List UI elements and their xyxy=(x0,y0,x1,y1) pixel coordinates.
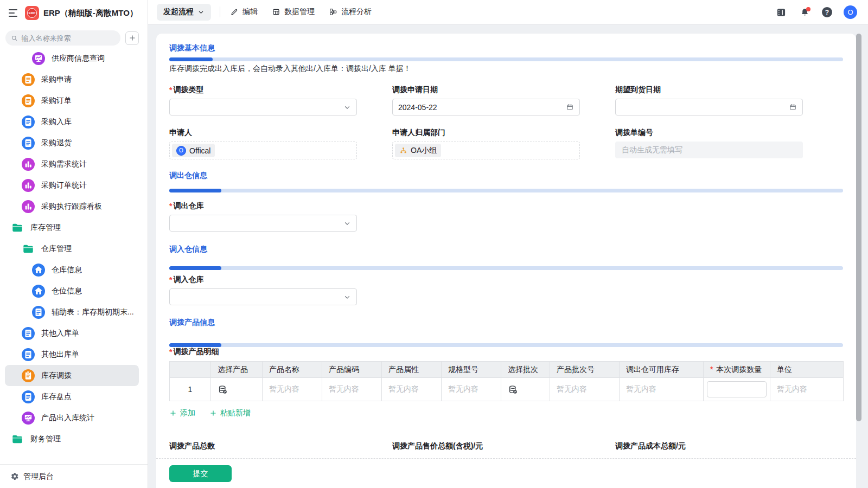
document-icon xyxy=(22,94,35,107)
data-manage-label: 数据管理 xyxy=(284,7,315,17)
section-progress-in xyxy=(169,266,843,270)
sidebar-item-purchase-inbound[interactable]: 采购入库 xyxy=(5,111,139,132)
table-header-row: 选择产品 产品名称 产品编码 产品属性 规格型号 选择批次 产品批次号 调出仓可… xyxy=(170,362,844,378)
cell-batch-no: 暂无内容 xyxy=(550,378,620,401)
sidebar-item-purchase-tracking-board[interactable]: 采购执行跟踪看板 xyxy=(5,196,139,217)
department-field[interactable]: OA小组 xyxy=(392,142,580,159)
panel-icon xyxy=(776,7,787,18)
sidebar-item-purchase-order[interactable]: 采购订单 xyxy=(5,90,139,111)
sidebar-item-aux-period-table[interactable]: 辅助表：库存期初期末... xyxy=(5,301,139,323)
total-count-label: 调拨产品总数 xyxy=(169,441,357,451)
order-no-input: 自动生成无需填写 xyxy=(615,142,803,158)
user-avatar[interactable]: O xyxy=(844,5,857,19)
sidebar-group-finance-management[interactable]: 财务管理 xyxy=(5,428,139,450)
required-mark: * xyxy=(169,202,172,210)
edit-button[interactable]: 编辑 xyxy=(230,7,258,17)
submit-button[interactable]: 提交 xyxy=(169,465,232,482)
sidebar-item-purchase-demand-stats[interactable]: 采购需求统计 xyxy=(5,153,139,175)
applicant-member-field[interactable]: O Offical xyxy=(169,142,357,159)
sidebar-group-inventory-management[interactable]: 库存管理 xyxy=(5,217,139,238)
paste-add-button[interactable]: 粘贴新增 xyxy=(209,408,251,418)
folder-icon xyxy=(11,433,24,446)
cell-product-name: 暂无内容 xyxy=(263,378,322,401)
sidebar-item-label: 仓库管理 xyxy=(41,244,72,254)
admin-console-label: 管理后台 xyxy=(23,472,54,481)
header-batch-no: 产品批次号 xyxy=(550,362,620,378)
sidebar-item-bin-info[interactable]: 仓位信息 xyxy=(5,280,139,301)
table-row: 1 暂无内容 暂无内容 暂无内容 暂无内容 暂无内容 暂无内容 xyxy=(170,378,844,401)
cell-product-code: 暂无内容 xyxy=(322,378,382,401)
sidebar-item-label: 采购订单统计 xyxy=(41,181,87,190)
data-manage-button[interactable]: 数据管理 xyxy=(272,7,315,17)
bar-chart-icon xyxy=(22,158,35,171)
vertical-scrollbar[interactable] xyxy=(856,34,861,421)
section-title-out-warehouse: 调出仓信息 xyxy=(169,171,207,181)
table-actions: 添加 粘贴新增 xyxy=(169,408,251,418)
sidebar-search[interactable] xyxy=(5,30,120,46)
select-product-database-icon[interactable] xyxy=(218,384,228,395)
topbar: 发起流程 编辑 数据管理 流程分析 ? O xyxy=(148,0,868,24)
row-index: 1 xyxy=(170,378,211,401)
sidebar-item-inventory-transfer[interactable]: 库存调拨 xyxy=(5,365,139,386)
sidebar-item-product-io-stats[interactable]: 产品出入库统计 xyxy=(5,407,139,428)
apply-date-input[interactable] xyxy=(398,103,566,112)
add-app-button[interactable] xyxy=(125,31,139,45)
applicant-tag: O Offical xyxy=(172,144,215,157)
start-flow-button[interactable]: 发起流程 xyxy=(157,4,211,21)
order-no-placeholder: 自动生成无需填写 xyxy=(622,145,682,155)
paste-add-label: 粘贴新增 xyxy=(220,408,251,418)
calendar-icon[interactable] xyxy=(789,103,797,111)
bar-chart-icon xyxy=(22,200,35,213)
apply-date-input-wrap xyxy=(392,99,580,115)
calendar-icon[interactable] xyxy=(566,103,574,111)
in-warehouse-select[interactable] xyxy=(169,288,357,305)
out-warehouse-select[interactable] xyxy=(169,215,357,232)
expect-date-input[interactable] xyxy=(621,103,789,112)
chevron-down-icon xyxy=(197,9,205,16)
document-icon xyxy=(22,327,35,340)
chevron-down-icon xyxy=(343,104,351,111)
cell-spec-model: 暂无内容 xyxy=(442,378,501,401)
notifications-button[interactable] xyxy=(799,7,810,18)
add-row-button[interactable]: 添加 xyxy=(169,408,195,418)
sidebar-item-purchase-return[interactable]: 采购退货 xyxy=(5,132,139,153)
org-chart-icon xyxy=(399,146,407,155)
home-icon xyxy=(32,264,45,277)
transfer-qty-input[interactable] xyxy=(707,381,767,397)
help-button[interactable]: ? xyxy=(822,7,832,17)
folder-icon xyxy=(11,221,24,234)
collapse-menu-icon[interactable] xyxy=(9,9,18,17)
sidebar-group-warehouse-management[interactable]: 仓库管理 xyxy=(5,238,139,259)
field-in-warehouse: *调入仓库 xyxy=(169,275,357,305)
document-icon xyxy=(22,137,35,150)
admin-console-button[interactable]: 管理后台 xyxy=(0,464,148,488)
sidebar-item-warehouse-info[interactable]: 仓库信息 xyxy=(5,259,139,280)
sidebar-item-other-outbound[interactable]: 其他出库单 xyxy=(5,344,139,365)
transfer-type-select[interactable] xyxy=(169,99,357,115)
document-icon xyxy=(22,115,35,129)
sidebar-item-label: 其他出库单 xyxy=(41,350,79,359)
header-spec-model: 规格型号 xyxy=(442,362,501,378)
header-product-attr: 产品属性 xyxy=(382,362,442,378)
flow-analysis-button[interactable]: 流程分析 xyxy=(329,7,372,17)
product-detail-label-row: * 调拨产品明细 xyxy=(169,347,219,357)
search-input[interactable] xyxy=(21,34,115,42)
cell-select-product xyxy=(211,378,263,401)
sidebar-item-label: 库存管理 xyxy=(30,223,61,233)
sidebar-item-other-inbound[interactable]: 其他入库单 xyxy=(5,323,139,344)
transfer-type-label: 调拨类型 xyxy=(173,85,203,95)
sidebar-item-purchase-order-stats[interactable]: 采购订单统计 xyxy=(5,175,139,196)
out-warehouse-label: 调出仓库 xyxy=(173,201,203,211)
department-label: 申请人归属部门 xyxy=(392,128,445,138)
sidebar-item-inventory-count[interactable]: 库存盘点 xyxy=(5,386,139,407)
member-avatar: O xyxy=(176,146,186,156)
sidebar-item-purchase-request[interactable]: 采购申请 xyxy=(5,69,139,90)
main-area: 调拨基本信息 库存调拨完成出入库后，会自动录入其他出/入库单：调拨出/入库 单据… xyxy=(148,24,868,488)
select-batch-database-icon[interactable] xyxy=(508,384,518,395)
sidebar-item-label: 库存调拨 xyxy=(41,371,72,381)
expect-date-label: 期望到货日期 xyxy=(615,85,661,95)
toolbar-divider xyxy=(220,7,220,17)
required-mark: * xyxy=(169,348,172,356)
side-panel-toggle-button[interactable] xyxy=(775,7,787,18)
sidebar-item-supplier-info-query[interactable]: 供应商信息查询 xyxy=(5,48,139,69)
